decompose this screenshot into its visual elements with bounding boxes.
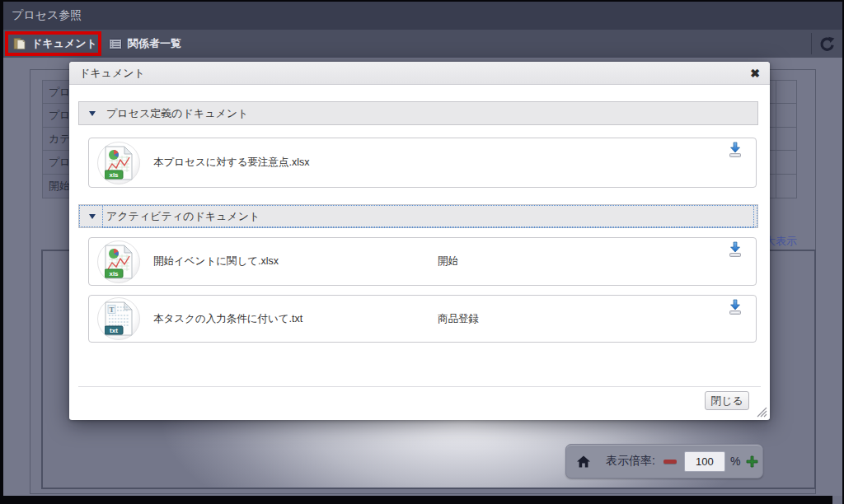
section-process-definition-documents[interactable]: プロセス定義のドキュメント [78, 101, 758, 125]
collapse-triangle-icon [89, 214, 96, 219]
refresh-icon[interactable] [818, 36, 835, 56]
txt-file-icon: T txt [97, 297, 140, 340]
dialog-title: ドキュメント [79, 62, 145, 85]
page-title-bar: プロセス参照 [0, 0, 844, 30]
section-activity-documents[interactable]: アクティビティのドキュメント [78, 204, 758, 228]
participants-tab-label: 関係者一覧 [128, 36, 181, 51]
download-icon[interactable] [728, 142, 743, 161]
zoom-control-bar: 表示倍率: % [565, 444, 763, 478]
txt-badge: txt [110, 327, 118, 334]
download-icon[interactable] [728, 299, 743, 319]
home-icon[interactable] [577, 455, 590, 468]
zoom-label: 表示倍率: [606, 454, 655, 469]
activity-name: 商品登録 [438, 312, 479, 326]
zoom-plus-button[interactable] [746, 455, 758, 468]
zoom-percent-label: % [730, 455, 740, 468]
toolbar-separator [811, 33, 812, 54]
window-edge [0, 0, 844, 2]
document-dialog: ドキュメント ✖ プロセス定義のドキュメント xls [69, 62, 770, 420]
resize-handle-icon[interactable] [757, 407, 767, 418]
dialog-title-bar[interactable]: ドキュメント ✖ [69, 62, 770, 85]
close-icon[interactable]: ✖ [750, 66, 760, 81]
xls-badge: xls [109, 171, 119, 179]
activity-name: 開始 [438, 254, 458, 268]
xls-file-icon: xls [97, 240, 140, 283]
window-corner [832, 496, 842, 504]
file-row: xls 本プロセスに対する要注意点.xlsx [88, 138, 757, 188]
download-icon[interactable] [728, 241, 743, 261]
page-title: プロセス参照 [12, 0, 82, 30]
xls-badge: xls [109, 270, 119, 278]
file-name: 本プロセスに対する要注意点.xlsx [153, 156, 310, 170]
file-name: 開始イベントに関して.xlsx [153, 254, 279, 268]
highlight-annotation-box [5, 31, 101, 56]
section-title: アクティビティのドキュメント [102, 205, 754, 228]
zoom-value-input[interactable] [684, 451, 725, 472]
list-icon [109, 39, 122, 49]
participants-tab-button[interactable]: 関係者一覧 [109, 30, 181, 58]
file-row: xls 開始イベントに関して.xlsx 開始 [88, 237, 757, 286]
app-window: プロセス参照 ドキュメント 関係者一覧 [0, 0, 844, 504]
section-title: プロセス定義のドキュメント [102, 102, 754, 125]
close-button[interactable]: 閉じる [705, 391, 749, 410]
zoom-minus-button[interactable] [663, 460, 677, 464]
xls-file-icon: xls [97, 142, 140, 184]
window-edge [0, 0, 3, 504]
svg-text:T: T [109, 306, 114, 314]
collapse-triangle-icon [89, 111, 96, 116]
file-name: 本タスクの入力条件に付いて.txt [153, 312, 302, 326]
file-row: T txt 本タスクの入力条件に付いて.txt 商品登録 [88, 295, 757, 343]
window-edge [0, 496, 832, 504]
footer-separator [78, 386, 761, 387]
